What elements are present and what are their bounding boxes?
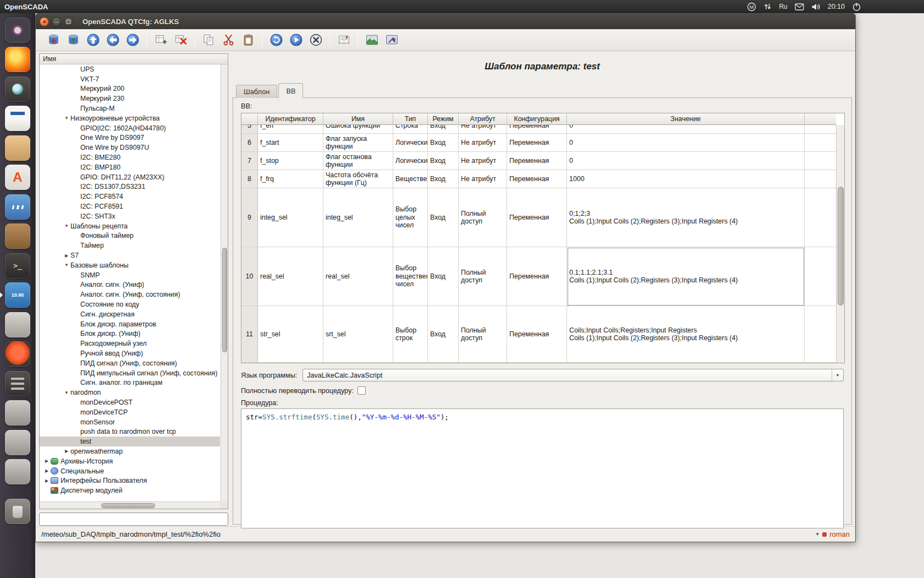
cell-mode[interactable]: Вход xyxy=(428,306,459,363)
cell-name[interactable]: Флаг останова функции xyxy=(323,152,393,170)
tree-item-блок-дискр-униф[interactable]: Блок дискр. (Униф) xyxy=(40,329,220,339)
tree-item-фоновый-таймер[interactable]: Фоновый таймер xyxy=(40,231,220,241)
cell-value[interactable]: 0 xyxy=(567,152,805,170)
cell-type[interactable]: Выбор строк xyxy=(393,306,428,363)
tree-expander-icon[interactable]: ▼ xyxy=(63,263,70,268)
screenshot-icon[interactable] xyxy=(5,77,30,102)
tree-item-сигн-дискретная[interactable]: Сигн. дискретная xyxy=(40,309,220,319)
tree-item-расходомерный-узел[interactable]: Расходомерный узел xyxy=(40,339,220,348)
openscada-icon[interactable] xyxy=(5,282,30,308)
row-header[interactable]: 6 xyxy=(241,134,258,152)
cell-mode[interactable]: Вход xyxy=(428,125,459,134)
item-cut-button[interactable] xyxy=(219,31,238,49)
tree-item-пульсар-m[interactable]: Пульсар-M xyxy=(40,103,220,113)
tree-expander-icon[interactable]: ▼ xyxy=(63,116,70,121)
tree-item-vkt-7[interactable]: VKT-7 xyxy=(40,74,220,84)
tree-item-i2c-bmp180[interactable]: I2C: BMP180 xyxy=(40,162,220,172)
tree-item-i2c-ds1307-ds3231[interactable]: I2C: DS1307,DS3231 xyxy=(40,182,220,192)
tree-item-ручной-ввод-униф[interactable]: Ручной ввод (Униф) xyxy=(40,348,220,358)
language-combo[interactable]: JavaLikeCalc.JavaScript ▼ xyxy=(302,369,844,381)
item-add-button[interactable] xyxy=(151,31,170,49)
tree-item-аналог-сигн-униф[interactable]: Аналог. сигн. (Униф) xyxy=(40,280,220,290)
go-forward-button[interactable] xyxy=(123,31,142,49)
col-header-имя[interactable]: Имя xyxy=(323,113,393,125)
tree-expander-icon[interactable]: ▶ xyxy=(63,253,70,258)
row-header[interactable]: 8 xyxy=(241,170,258,188)
item-copy-button[interactable] xyxy=(199,31,218,49)
browser-icon[interactable] xyxy=(5,341,30,367)
tree-item-snmp[interactable]: SNMP xyxy=(40,270,220,280)
tree-item-таймер[interactable]: Таймер xyxy=(40,241,220,250)
cell-attr[interactable]: Не атрибут xyxy=(459,170,507,188)
cell-value[interactable]: 0 xyxy=(567,134,805,152)
cell-id[interactable]: f_stop xyxy=(258,152,323,170)
cell-mode[interactable]: Вход xyxy=(428,152,459,170)
cell-type[interactable]: Вещественный xyxy=(393,170,428,188)
cell-value[interactable]: Coils;Input Coils;Registers;Input Regist… xyxy=(567,306,805,363)
disk-2-icon[interactable] xyxy=(5,430,30,455)
tree-item-блок-дискр-параметров[interactable]: Блок дискр. параметров xyxy=(40,319,220,329)
archive-icon[interactable] xyxy=(5,312,30,337)
tree-item-меркурий-230[interactable]: Меркурий 230 xyxy=(40,94,220,103)
tree-item-one-wire-by-ds9097[interactable]: One Wire by DS9097 xyxy=(40,133,220,143)
tree-item-i2c-sht3x[interactable]: I2C: SHT3x xyxy=(40,211,220,221)
tree-item-пид-сигнал-униф-состояния[interactable]: ПИД сигнал (Униф, состояния) xyxy=(40,358,220,368)
cell-attr[interactable]: Не атрибут xyxy=(459,152,507,170)
messages-indicator-icon[interactable]: M xyxy=(747,0,756,13)
item-delete-button[interactable] xyxy=(171,31,190,49)
cell-attr[interactable]: Не атрибут xyxy=(459,134,507,152)
session-indicator-icon[interactable] xyxy=(852,0,861,13)
window-minimize-button[interactable]: – xyxy=(52,17,61,26)
cell-attr[interactable]: Полный доступ xyxy=(459,306,507,363)
tree-expander-icon[interactable]: ▼ xyxy=(63,223,70,228)
cell-config[interactable]: Переменная xyxy=(507,152,567,170)
row-header[interactable]: 10 xyxy=(241,247,258,306)
cell-value[interactable]: 0;1;2;3Coils (1);Input Coils (2);Registe… xyxy=(567,188,805,247)
cell-type[interactable]: Выбор целых чисел xyxy=(393,188,428,247)
system-monitor-icon[interactable] xyxy=(5,194,30,220)
cell-value[interactable]: 1000 xyxy=(567,170,805,188)
tab-template[interactable]: Шаблон xyxy=(236,85,277,98)
cell-mode[interactable]: Вход xyxy=(428,247,459,306)
tree-item-низкоуровневые-устройства[interactable]: ▼Низкоуровневые устройства xyxy=(40,113,220,123)
tree-expander-icon[interactable]: ▼ xyxy=(63,390,70,395)
start-autoupdate-button[interactable] xyxy=(287,31,305,49)
cell-type[interactable]: Логический xyxy=(393,134,428,152)
window-close-button[interactable]: × xyxy=(40,17,49,26)
cell-type[interactable]: Логический xyxy=(393,152,428,170)
col-header-атрибут[interactable]: Атрибут xyxy=(459,113,507,125)
tree-item-специальные[interactable]: ▶Специальные xyxy=(40,466,220,476)
mail-indicator-icon[interactable] xyxy=(795,0,804,13)
volume-indicator-icon[interactable] xyxy=(811,0,821,13)
save-to-db-button[interactable] xyxy=(64,31,82,49)
row-header[interactable]: 9 xyxy=(241,188,258,247)
tree-item-push-data-to-narodmon-over-tcp[interactable]: push data to narodmon over tcp xyxy=(40,427,220,437)
cell-id[interactable]: f_frq xyxy=(258,170,323,188)
tree-expander-icon[interactable]: ▶ xyxy=(43,468,51,473)
cell-id[interactable]: real_sel xyxy=(258,247,323,306)
tree-item-i2c-pcf8574[interactable]: I2C: PCF8574 xyxy=(40,192,220,201)
cell-id[interactable]: integ_sel xyxy=(258,188,323,247)
tree-header[interactable]: Имя xyxy=(40,54,228,64)
firefox-icon[interactable] xyxy=(5,47,30,72)
cell-type[interactable]: Выбор вещественных чисел xyxy=(393,247,428,306)
tree-item-gpio-i2c-1602a-hd44780[interactable]: GPIO|I2C: 1602A(HD44780) xyxy=(40,123,220,133)
files-icon[interactable] xyxy=(5,135,30,161)
col-header-конфигурация[interactable]: Конфигурация xyxy=(507,113,567,125)
dash-home-icon[interactable] xyxy=(5,18,30,43)
tree-item-narodmon[interactable]: ▼narodmon xyxy=(40,388,220,397)
cell-id[interactable]: f_err xyxy=(258,125,323,134)
cell-config[interactable]: Переменная xyxy=(507,125,567,134)
translate-checkbox[interactable] xyxy=(358,386,366,395)
cell-name[interactable]: integ_sel xyxy=(323,188,393,247)
cell-config[interactable]: Переменная xyxy=(507,306,567,363)
cell-attr[interactable]: Не атрибут xyxy=(459,125,507,134)
procedure-editor[interactable]: str=SYS.strftime(SYS.time(),"%Y-%m-%d-%H… xyxy=(241,408,844,528)
go-back-button[interactable] xyxy=(103,31,122,49)
cell-name[interactable]: Ошибка функции xyxy=(323,125,393,134)
cell-config[interactable]: Переменная xyxy=(507,247,567,306)
tree-vertical-scrollbar[interactable] xyxy=(221,64,228,501)
col-header-режим[interactable]: Режим xyxy=(428,113,459,125)
cell-value[interactable]: 0.1;1.1;2.1;3.1Coils (1);Input Coils (2)… xyxy=(567,247,805,306)
col-header-идентификатор[interactable]: Идентификатор xyxy=(258,113,323,125)
